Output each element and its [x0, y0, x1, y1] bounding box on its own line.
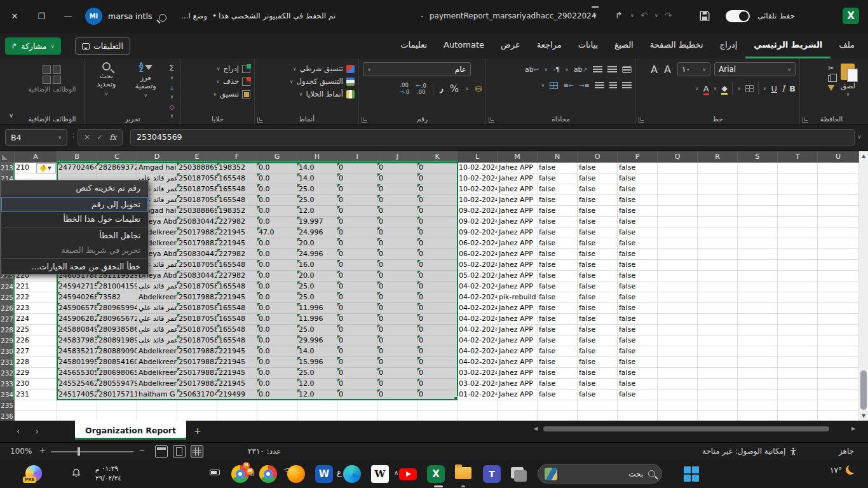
cell[interactable]: 09-02-2024 — [458, 227, 498, 238]
cell[interactable]: 04-02-2024 — [458, 303, 498, 314]
cell[interactable]: 06-02-2024 — [458, 238, 498, 249]
italic-button[interactable]: I — [782, 84, 785, 93]
cell[interactable]: عمر قائد علي — [137, 281, 177, 292]
row-header[interactable]: 229 — [0, 336, 15, 346]
cell[interactable]: 0.0 — [257, 173, 297, 184]
cell[interactable]: false — [578, 184, 618, 195]
chevron-down-icon[interactable]: ∨ — [630, 13, 634, 18]
cell[interactable]: 0 — [337, 379, 377, 390]
cell[interactable]: 0 — [377, 249, 417, 260]
namebox-divider[interactable]: ⋮ — [70, 132, 77, 140]
cell[interactable]: 25.0 — [297, 325, 337, 336]
cell[interactable]: Abdelkreem — [137, 368, 177, 379]
cell[interactable]: false — [538, 217, 578, 227]
cell[interactable]: 0.0 — [257, 357, 297, 368]
align-middle-icon[interactable] — [607, 66, 617, 73]
wrap-text-icon[interactable]: ab↩ — [525, 65, 539, 74]
cell[interactable]: 165548 — [217, 173, 257, 184]
cell[interactable] — [658, 303, 698, 314]
vertical-scroll-thumb[interactable] — [860, 370, 867, 410]
row-header[interactable]: 224 — [0, 281, 15, 292]
cell[interactable]: false — [538, 271, 578, 281]
row-header[interactable]: 236 — [0, 411, 15, 421]
cell[interactable] — [177, 411, 217, 421]
name-box[interactable]: B4∨ — [5, 129, 67, 146]
cell[interactable]: 245940268 — [57, 292, 97, 303]
cell[interactable]: 0 — [337, 217, 377, 227]
cell[interactable] — [257, 411, 297, 421]
cell[interactable]: 0 — [337, 314, 377, 325]
cell[interactable]: 0 — [377, 163, 417, 173]
cell[interactable]: false — [538, 325, 578, 336]
cell[interactable]: 04-02-2024 — [458, 314, 498, 325]
cell[interactable]: 0 — [377, 227, 417, 238]
cell[interactable]: false — [538, 184, 578, 195]
cell[interactable]: Jahez APP — [498, 303, 538, 314]
cell[interactable]: 0.0 — [257, 368, 297, 379]
cut-icon[interactable]: ✂ — [828, 65, 834, 72]
delete-cells-button[interactable]: حذف∨ — [185, 75, 250, 88]
cell[interactable]: 165548 — [217, 314, 257, 325]
restore-icon[interactable]: ❐ — [32, 9, 51, 24]
cell[interactable]: 250187058 — [177, 336, 217, 346]
text-direction-icon[interactable]: ›¶ — [553, 65, 560, 74]
autosum-icon[interactable]: Σ ∨ — [167, 64, 177, 81]
comma-style-icon[interactable]: ٫ — [440, 83, 444, 95]
cell[interactable]: 221945 — [217, 227, 257, 238]
cell[interactable]: 250830442 — [177, 217, 217, 227]
scroll-down-icon[interactable]: ▼ — [859, 411, 868, 421]
cell[interactable] — [97, 411, 137, 421]
column-header[interactable]: O — [578, 151, 618, 163]
cell[interactable]: 0.0 — [257, 346, 297, 357]
cell[interactable] — [818, 390, 859, 400]
cell[interactable] — [177, 400, 217, 411]
dialog-launcher-icon[interactable] — [489, 117, 494, 123]
cell[interactable]: 12.0 — [297, 206, 337, 217]
select-all-corner[interactable] — [0, 151, 15, 163]
cell[interactable] — [698, 163, 738, 173]
column-header[interactable]: L — [458, 151, 498, 163]
cell[interactable] — [818, 314, 859, 325]
cell[interactable]: false — [538, 173, 578, 184]
cell[interactable]: Jahez APP — [498, 238, 538, 249]
cell[interactable]: 0.0 — [257, 303, 297, 314]
cell[interactable] — [658, 368, 698, 379]
cell[interactable] — [778, 368, 818, 379]
wikipedia-icon[interactable]: W — [371, 465, 389, 483]
cell[interactable] — [818, 238, 859, 249]
taskbar-search[interactable]: بحث — [538, 464, 662, 484]
cell[interactable]: 0.0 — [257, 163, 297, 173]
decrease-indent-icon[interactable]: →≡ — [579, 82, 590, 89]
cell[interactable]: false — [578, 314, 618, 325]
cell[interactable]: 0 — [337, 195, 377, 206]
column-header[interactable]: U — [818, 151, 859, 163]
cell[interactable] — [57, 411, 97, 421]
ribbon-tab[interactable]: عرض — [492, 33, 529, 58]
format-cells-button[interactable]: تنسيق∨ — [185, 88, 250, 100]
conditional-formatting-button[interactable]: تنسيق شرطي∨ — [259, 62, 355, 75]
cell[interactable]: Abdelkreem — [137, 357, 177, 368]
cell[interactable]: 280889090 — [97, 346, 137, 357]
fill-icon[interactable]: ↓ ∨ — [167, 84, 177, 100]
cell[interactable] — [778, 195, 818, 206]
cell[interactable]: 01-02-2024 — [458, 390, 498, 400]
cell[interactable]: 245942715 — [57, 281, 97, 292]
cell[interactable]: 227982 — [217, 271, 257, 281]
cell[interactable] — [698, 260, 738, 271]
cell[interactable]: false — [618, 163, 658, 173]
cell[interactable]: 198352 — [217, 206, 257, 217]
cell[interactable]: false — [538, 238, 578, 249]
cell[interactable]: 0 — [377, 217, 417, 227]
cell[interactable] — [738, 173, 778, 184]
cell[interactable]: Abdelkreem — [137, 292, 177, 303]
cell[interactable]: 250187058 — [177, 260, 217, 271]
cell[interactable]: 0 — [417, 292, 458, 303]
ribbon-tab[interactable]: تخطيط الصفحة — [642, 33, 712, 58]
cell[interactable] — [217, 400, 257, 411]
cell[interactable] — [818, 379, 859, 390]
cell[interactable]: false — [538, 368, 578, 379]
align-right-icon[interactable] — [622, 82, 632, 89]
sheet-tab[interactable]: Organization Report — [75, 421, 186, 440]
font-name-select[interactable]: Arial∨ — [714, 62, 796, 76]
cell[interactable]: 0 — [337, 238, 377, 249]
